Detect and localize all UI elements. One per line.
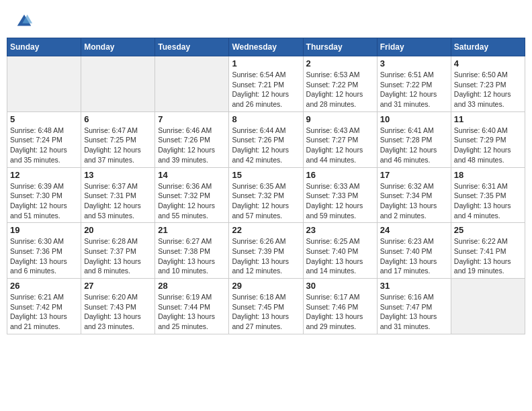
day-number: 28 — [158, 281, 226, 291]
day-header-monday: Monday — [81, 38, 155, 56]
calendar-week-row: 1Sunrise: 6:54 AM Sunset: 7:21 PM Daylig… — [7, 56, 525, 112]
calendar-cell: 11Sunrise: 6:40 AM Sunset: 7:29 PM Dayli… — [451, 111, 525, 167]
calendar-cell — [81, 56, 155, 112]
day-number: 24 — [380, 225, 448, 235]
day-info: Sunrise: 6:46 AM Sunset: 7:26 PM Dayligh… — [158, 126, 226, 165]
day-number: 19 — [10, 225, 78, 235]
day-number: 31 — [380, 281, 448, 291]
calendar-cell: 17Sunrise: 6:32 AM Sunset: 7:34 PM Dayli… — [377, 167, 451, 223]
day-info: Sunrise: 6:27 AM Sunset: 7:38 PM Dayligh… — [158, 236, 226, 276]
calendar-week-row: 12Sunrise: 6:39 AM Sunset: 7:30 PM Dayli… — [7, 167, 525, 223]
day-info: Sunrise: 6:48 AM Sunset: 7:24 PM Dayligh… — [10, 126, 78, 165]
calendar-cell: 6Sunrise: 6:47 AM Sunset: 7:25 PM Daylig… — [81, 111, 155, 167]
day-number: 3 — [380, 58, 448, 68]
day-info: Sunrise: 6:54 AM Sunset: 7:21 PM Dayligh… — [232, 70, 300, 109]
day-number: 1 — [232, 58, 300, 68]
calendar-cell: 27Sunrise: 6:20 AM Sunset: 7:43 PM Dayli… — [81, 279, 155, 334]
day-number: 16 — [306, 170, 374, 180]
day-number: 22 — [232, 225, 300, 235]
day-info: Sunrise: 6:37 AM Sunset: 7:31 PM Dayligh… — [84, 181, 152, 221]
logo-icon — [15, 12, 34, 31]
day-header-wednesday: Wednesday — [229, 38, 303, 56]
calendar-cell: 3Sunrise: 6:51 AM Sunset: 7:22 PM Daylig… — [377, 56, 451, 112]
day-header-thursday: Thursday — [303, 38, 377, 56]
day-info: Sunrise: 6:26 AM Sunset: 7:39 PM Dayligh… — [232, 236, 300, 276]
day-number: 27 — [84, 281, 152, 291]
day-header-tuesday: Tuesday — [155, 38, 229, 56]
day-info: Sunrise: 6:40 AM Sunset: 7:29 PM Dayligh… — [454, 126, 522, 165]
calendar-cell: 12Sunrise: 6:39 AM Sunset: 7:30 PM Dayli… — [7, 167, 81, 223]
calendar-cell — [155, 56, 229, 112]
calendar-cell: 14Sunrise: 6:36 AM Sunset: 7:32 PM Dayli… — [155, 167, 229, 223]
day-header-saturday: Saturday — [451, 38, 525, 56]
day-info: Sunrise: 6:32 AM Sunset: 7:34 PM Dayligh… — [380, 181, 448, 221]
calendar-table: SundayMondayTuesdayWednesdayThursdayFrid… — [7, 38, 525, 334]
calendar-cell: 16Sunrise: 6:33 AM Sunset: 7:33 PM Dayli… — [303, 167, 377, 223]
day-info: Sunrise: 6:19 AM Sunset: 7:44 PM Dayligh… — [158, 292, 226, 332]
calendar-cell: 4Sunrise: 6:50 AM Sunset: 7:23 PM Daylig… — [451, 56, 525, 112]
calendar-cell: 25Sunrise: 6:22 AM Sunset: 7:41 PM Dayli… — [451, 223, 525, 279]
day-number: 20 — [84, 225, 152, 235]
day-info: Sunrise: 6:18 AM Sunset: 7:45 PM Dayligh… — [232, 292, 300, 332]
calendar-cell: 18Sunrise: 6:31 AM Sunset: 7:35 PM Dayli… — [451, 167, 525, 223]
day-number: 8 — [232, 114, 300, 124]
calendar-cell: 1Sunrise: 6:54 AM Sunset: 7:21 PM Daylig… — [229, 56, 303, 112]
day-info: Sunrise: 6:47 AM Sunset: 7:25 PM Dayligh… — [84, 126, 152, 165]
day-info: Sunrise: 6:50 AM Sunset: 7:23 PM Dayligh… — [454, 70, 522, 109]
day-info: Sunrise: 6:22 AM Sunset: 7:41 PM Dayligh… — [454, 236, 522, 276]
day-number: 6 — [84, 114, 152, 124]
calendar-cell: 9Sunrise: 6:43 AM Sunset: 7:27 PM Daylig… — [303, 111, 377, 167]
day-header-friday: Friday — [377, 38, 451, 56]
day-info: Sunrise: 6:16 AM Sunset: 7:47 PM Dayligh… — [380, 292, 448, 332]
day-info: Sunrise: 6:39 AM Sunset: 7:30 PM Dayligh… — [10, 181, 78, 221]
day-info: Sunrise: 6:31 AM Sunset: 7:35 PM Dayligh… — [454, 181, 522, 221]
day-number: 13 — [84, 170, 152, 180]
day-number: 11 — [454, 114, 522, 124]
calendar-cell: 30Sunrise: 6:17 AM Sunset: 7:46 PM Dayli… — [303, 279, 377, 334]
calendar-week-row: 19Sunrise: 6:30 AM Sunset: 7:36 PM Dayli… — [7, 223, 525, 279]
calendar-cell: 23Sunrise: 6:25 AM Sunset: 7:40 PM Dayli… — [303, 223, 377, 279]
day-number: 21 — [158, 225, 226, 235]
day-info: Sunrise: 6:36 AM Sunset: 7:32 PM Dayligh… — [158, 181, 226, 221]
day-number: 4 — [454, 58, 522, 68]
calendar-cell: 7Sunrise: 6:46 AM Sunset: 7:26 PM Daylig… — [155, 111, 229, 167]
calendar-cell: 2Sunrise: 6:53 AM Sunset: 7:22 PM Daylig… — [303, 56, 377, 112]
day-number: 9 — [306, 114, 374, 124]
day-info: Sunrise: 6:53 AM Sunset: 7:22 PM Dayligh… — [306, 70, 374, 109]
day-number: 2 — [306, 58, 374, 68]
day-number: 14 — [158, 170, 226, 180]
calendar-cell: 5Sunrise: 6:48 AM Sunset: 7:24 PM Daylig… — [7, 111, 81, 167]
day-header-sunday: Sunday — [7, 38, 81, 56]
calendar-cell: 29Sunrise: 6:18 AM Sunset: 7:45 PM Dayli… — [229, 279, 303, 334]
day-number: 18 — [454, 170, 522, 180]
day-number: 7 — [158, 114, 226, 124]
calendar-cell: 28Sunrise: 6:19 AM Sunset: 7:44 PM Dayli… — [155, 279, 229, 334]
day-number: 23 — [306, 225, 374, 235]
day-info: Sunrise: 6:35 AM Sunset: 7:32 PM Dayligh… — [232, 181, 300, 221]
day-number: 10 — [380, 114, 448, 124]
logo — [15, 12, 36, 31]
calendar-cell — [7, 56, 81, 112]
day-number: 15 — [232, 170, 300, 180]
day-info: Sunrise: 6:44 AM Sunset: 7:26 PM Dayligh… — [232, 126, 300, 165]
calendar-week-row: 26Sunrise: 6:21 AM Sunset: 7:42 PM Dayli… — [7, 279, 525, 334]
calendar-cell: 21Sunrise: 6:27 AM Sunset: 7:38 PM Dayli… — [155, 223, 229, 279]
calendar-cell: 24Sunrise: 6:23 AM Sunset: 7:40 PM Dayli… — [377, 223, 451, 279]
day-number: 30 — [306, 281, 374, 291]
calendar-cell: 31Sunrise: 6:16 AM Sunset: 7:47 PM Dayli… — [377, 279, 451, 334]
day-info: Sunrise: 6:28 AM Sunset: 7:37 PM Dayligh… — [84, 236, 152, 276]
calendar-cell: 10Sunrise: 6:41 AM Sunset: 7:28 PM Dayli… — [377, 111, 451, 167]
calendar-cell: 20Sunrise: 6:28 AM Sunset: 7:37 PM Dayli… — [81, 223, 155, 279]
calendar-header-row: SundayMondayTuesdayWednesdayThursdayFrid… — [7, 38, 525, 56]
day-info: Sunrise: 6:43 AM Sunset: 7:27 PM Dayligh… — [306, 126, 374, 165]
day-info: Sunrise: 6:20 AM Sunset: 7:43 PM Dayligh… — [84, 292, 152, 332]
day-number: 29 — [232, 281, 300, 291]
calendar-cell — [451, 279, 525, 334]
day-info: Sunrise: 6:25 AM Sunset: 7:40 PM Dayligh… — [306, 236, 374, 276]
day-info: Sunrise: 6:41 AM Sunset: 7:28 PM Dayligh… — [380, 126, 448, 165]
day-number: 17 — [380, 170, 448, 180]
day-info: Sunrise: 6:30 AM Sunset: 7:36 PM Dayligh… — [10, 236, 78, 276]
day-info: Sunrise: 6:17 AM Sunset: 7:46 PM Dayligh… — [306, 292, 374, 332]
day-number: 26 — [10, 281, 78, 291]
calendar-cell: 15Sunrise: 6:35 AM Sunset: 7:32 PM Dayli… — [229, 167, 303, 223]
